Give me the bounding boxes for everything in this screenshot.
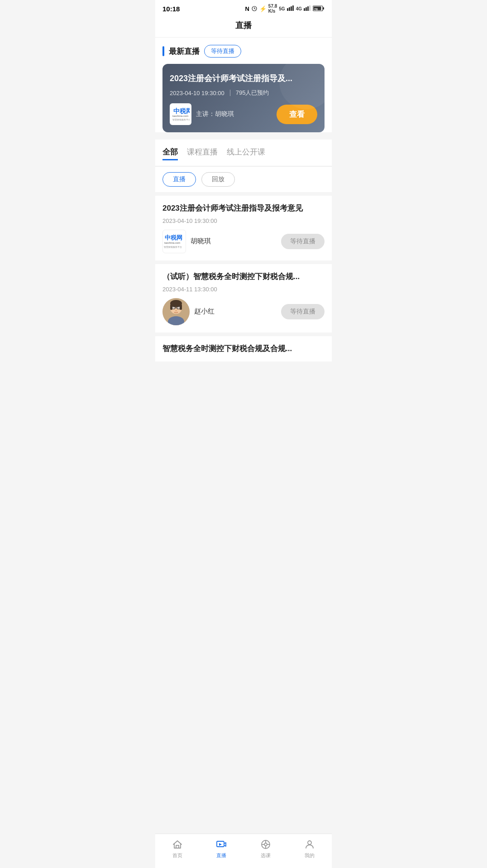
live-list: 2023注册会计师考试注册指导及报考意见 2023-04-10 19:30:00… xyxy=(155,192,332,365)
featured-card: 2023注册会计师考试注册指导及... 2023-04-10 19:30:00 … xyxy=(162,64,325,132)
home-icon xyxy=(172,839,183,850)
featured-view-button[interactable]: 查看 xyxy=(277,105,317,124)
svg-rect-10 xyxy=(309,5,310,11)
featured-card-date: 2023-04-10 19:30:00 xyxy=(170,90,224,96)
signal-bars2 xyxy=(304,5,311,12)
featured-card-meta: 2023-04-10 19:30:00 795人已预约 xyxy=(170,89,317,97)
signal-5g: 5G xyxy=(279,6,285,11)
profile-icon xyxy=(304,839,315,850)
svg-text:智慧财税服务平台: 智慧财税服务平台 xyxy=(164,246,182,248)
svg-rect-5 xyxy=(291,6,292,11)
list-item-lecturer: 赵小红 xyxy=(162,298,215,325)
alarm-icon xyxy=(251,5,258,12)
status-bar: 10:18 N ⚡ 57.8K/s 5G xyxy=(155,0,332,15)
svg-text:taxchina.com: taxchina.com xyxy=(172,115,188,117)
main-tab-course[interactable]: 课程直播 xyxy=(187,147,218,160)
svg-rect-28 xyxy=(172,307,175,309)
svg-rect-3 xyxy=(287,8,288,11)
list-item: （试听）智慧税务全时测控下财税合规... 2023-04-11 13:30:00 xyxy=(155,264,332,333)
course-icon xyxy=(260,839,272,850)
svg-point-37 xyxy=(264,843,267,846)
list-item: 2023注册会计师考试注册指导及报考意见 2023-04-10 19:30:00… xyxy=(155,196,332,260)
live-icon xyxy=(215,839,227,850)
featured-lecturer-name: 主讲：胡晓琪 xyxy=(196,110,234,118)
featured-card-title: 2023注册会计师考试注册指导及... xyxy=(170,73,317,84)
list-item-lecturer-name: 赵小红 xyxy=(194,307,215,316)
sub-tab-replay[interactable]: 回放 xyxy=(201,172,235,187)
page-title: 直播 xyxy=(235,21,252,30)
mini-logo: 中税网 taxchina.com 智慧财税服务平台 xyxy=(162,230,186,253)
signal-bars xyxy=(287,5,294,12)
list-item-date: 2023-04-10 19:30:00 xyxy=(162,217,325,224)
status-time: 10:18 xyxy=(162,5,180,13)
tabs-section: 全部 课程直播 线上公开课 直播 回放 xyxy=(155,140,332,192)
svg-rect-29 xyxy=(177,307,180,309)
nav-item-live[interactable]: 直播 xyxy=(200,839,244,859)
featured-card-bottom: 中税网 taxchina.com 智慧财税服务平台 主讲：胡晓琪 查看 xyxy=(170,103,317,125)
svg-text:中税网: 中税网 xyxy=(165,234,182,241)
svg-point-42 xyxy=(308,841,311,844)
list-item-bottom: 赵小红 等待直播 xyxy=(162,298,325,325)
main-tabs: 全部 课程直播 线上公开课 xyxy=(162,147,325,160)
svg-rect-12 xyxy=(323,7,324,10)
latest-header: 最新直播 等待直播 xyxy=(162,45,325,58)
svg-text:中税网: 中税网 xyxy=(173,107,190,115)
list-item-bottom: 中税网 taxchina.com 智慧财税服务平台 胡晓琪 等待直播 xyxy=(162,230,325,253)
svg-rect-8 xyxy=(306,7,307,11)
sub-tab-live[interactable]: 直播 xyxy=(162,172,196,187)
svg-text:78: 78 xyxy=(314,8,318,11)
nav-item-profile[interactable]: 我的 xyxy=(288,839,332,859)
nav-label-profile: 我的 xyxy=(305,852,315,859)
zhongshui-logo: 中税网 taxchina.com 智慧财税服务平台 xyxy=(170,103,191,125)
svg-rect-4 xyxy=(289,7,290,11)
svg-text:taxchina.com: taxchina.com xyxy=(164,241,180,244)
battery-icon: 78 xyxy=(313,5,325,12)
main-tab-public[interactable]: 线上公开课 xyxy=(227,147,265,160)
featured-lecturer-info: 中税网 taxchina.com 智慧财税服务平台 主讲：胡晓琪 xyxy=(170,103,234,125)
list-item-partial: 智慧税务全时测控下财税合规及合规... xyxy=(155,336,332,362)
svg-rect-7 xyxy=(304,8,305,11)
list-item-wait-button[interactable]: 等待直播 xyxy=(281,304,325,319)
svg-line-2 xyxy=(254,9,255,9)
signal-text: 57.8K/s xyxy=(268,4,277,14)
svg-rect-9 xyxy=(307,6,309,11)
list-item-wait-button[interactable]: 等待直播 xyxy=(281,234,325,249)
nav-item-home[interactable]: 首页 xyxy=(155,839,200,859)
wait-live-tag-button[interactable]: 等待直播 xyxy=(204,45,241,58)
list-item-title: （试听）智慧税务全时测控下财税合规... xyxy=(162,271,325,282)
nav-label-course: 选课 xyxy=(261,852,271,859)
svg-rect-6 xyxy=(292,5,294,11)
signal-4g: 4G xyxy=(296,6,302,11)
nav-label-home: 首页 xyxy=(172,852,182,859)
meta-divider xyxy=(230,90,230,96)
bluetooth-icon: ⚡ xyxy=(259,5,267,12)
svg-text:智慧财税服务平台: 智慧财税服务平台 xyxy=(172,118,190,121)
list-item-title: 2023注册会计师考试注册指导及报考意见 xyxy=(162,203,325,214)
status-icons: N ⚡ 57.8K/s 5G xyxy=(245,4,325,14)
bottom-nav: 首页 直播 选课 xyxy=(155,834,332,868)
latest-section: 最新直播 等待直播 2023注册会计师考试注册指导及... 2023-04-10… xyxy=(155,38,332,132)
list-item-date: 2023-04-11 13:30:00 xyxy=(162,286,325,293)
main-tab-all[interactable]: 全部 xyxy=(162,147,178,160)
nav-item-course[interactable]: 选课 xyxy=(244,839,288,859)
svg-marker-35 xyxy=(219,843,222,846)
sub-tabs: 直播 回放 xyxy=(162,172,325,192)
list-item-lecturer: 中税网 taxchina.com 智慧财税服务平台 胡晓琪 xyxy=(162,230,211,253)
svg-point-31 xyxy=(175,310,177,311)
page-header: 直播 xyxy=(155,15,332,38)
featured-card-reservations: 795人已预约 xyxy=(236,89,269,97)
svg-rect-33 xyxy=(176,845,179,848)
partial-item-title: 智慧税务全时测控下财税合规及合规... xyxy=(162,343,325,354)
list-item-lecturer-name: 胡晓琪 xyxy=(191,237,211,246)
nav-label-live: 直播 xyxy=(216,852,226,859)
nfc-icon: N xyxy=(245,5,249,12)
latest-accent-bar xyxy=(162,46,164,56)
avatar xyxy=(162,298,190,325)
latest-title: 最新直播 xyxy=(169,46,200,57)
